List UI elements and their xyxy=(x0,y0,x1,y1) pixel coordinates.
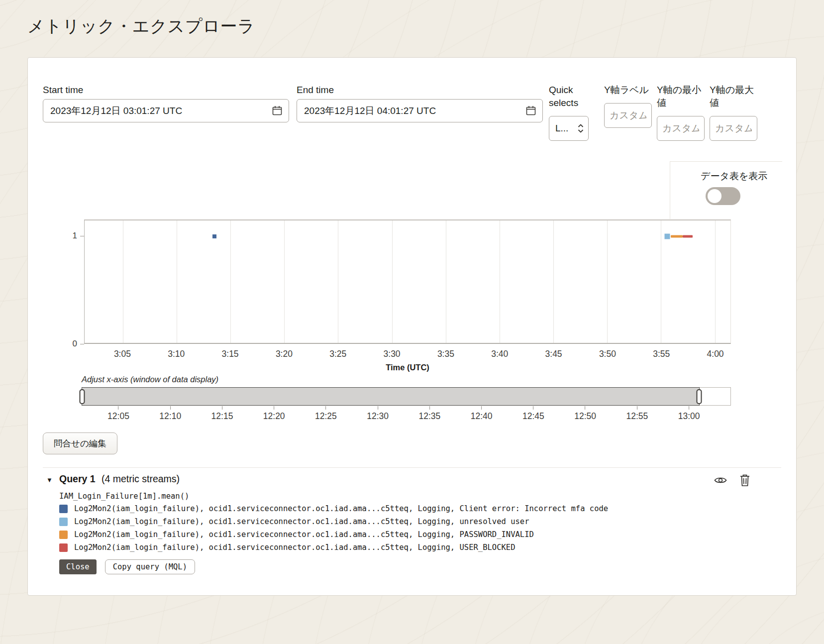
query-expand-caret[interactable]: ▼ xyxy=(46,476,53,484)
slider-tick-label: 12:15 xyxy=(211,411,233,422)
x-axis-range-slider[interactable] xyxy=(82,387,731,406)
copy-query-mql-button[interactable]: Copy query (MQL) xyxy=(105,559,195,574)
delete-trash-icon[interactable] xyxy=(738,473,752,487)
y-axis-label-field: Y軸ラベル xyxy=(604,84,652,128)
data-table-toggle[interactable] xyxy=(706,187,740,205)
slider-tick-labels: 12:0512:1012:1512:2012:2512:3012:3512:40… xyxy=(82,406,731,426)
query-actions: Close Copy query (MQL) xyxy=(59,559,195,574)
slider-tick-mark xyxy=(481,406,482,410)
section-divider xyxy=(43,467,781,468)
quick-selects-value: L... xyxy=(555,123,568,134)
close-button[interactable]: Close xyxy=(59,559,97,574)
slider-tick-mark xyxy=(689,406,689,410)
end-time-label: End time xyxy=(297,84,543,97)
chart-gridline xyxy=(230,220,231,343)
data-point xyxy=(212,234,216,238)
end-time-input[interactable] xyxy=(297,99,543,122)
x-tick-label: 3:30 xyxy=(384,349,401,359)
slider-tick-label: 12:50 xyxy=(574,411,596,422)
y-axis-label-input[interactable] xyxy=(604,103,652,128)
stream-color-swatch xyxy=(59,531,68,539)
query-header: ▼ Query 1 (4 metric streams) xyxy=(43,473,781,488)
slider-tick: 12:55 xyxy=(626,406,648,422)
slider-tick: 12:10 xyxy=(159,406,181,422)
x-tick-label: 3:20 xyxy=(276,349,293,359)
slider-tick: 12:30 xyxy=(367,406,389,422)
calendar-icon[interactable] xyxy=(271,105,283,116)
y-axis-label-label: Y軸ラベル xyxy=(604,84,652,97)
metrics-explorer-panel: Start time End time xyxy=(27,57,797,596)
slider-tick-mark xyxy=(637,406,637,410)
slider-tick-mark xyxy=(533,406,533,410)
end-time-field: End time xyxy=(297,84,543,122)
slider-tick-mark xyxy=(378,406,378,410)
chart-gridline xyxy=(123,220,123,343)
calendar-icon[interactable] xyxy=(525,105,537,116)
start-time-input[interactable] xyxy=(43,99,289,122)
y-tick-label: 0 xyxy=(73,339,77,349)
y-tick-mark xyxy=(80,344,84,344)
slider-right-handle[interactable] xyxy=(696,389,702,404)
slider-tick: 12:15 xyxy=(211,406,233,422)
quick-selects-select[interactable]: L... xyxy=(549,116,589,141)
query-title: Query 1 xyxy=(59,473,96,485)
chart-gridline xyxy=(715,220,716,343)
y-axis-min-label: Y軸の最小値 xyxy=(657,84,705,109)
slider-tick: 13:00 xyxy=(678,406,700,422)
slider-tick-mark xyxy=(222,406,222,410)
x-axis-labels: 3:053:103:153:203:253:303:353:403:453:50… xyxy=(84,349,731,361)
slider-tick: 12:45 xyxy=(522,406,544,422)
data-segment xyxy=(683,235,693,238)
slider-tick-mark xyxy=(118,406,118,410)
y-axis-max-field: Y軸の最大値 xyxy=(710,84,757,141)
slider-tick: 12:25 xyxy=(315,406,337,422)
query-expression: IAM_Login_Failure[1m].mean() xyxy=(59,492,189,501)
stream-color-swatch xyxy=(59,505,68,513)
edit-query-button[interactable]: 問合せの編集 xyxy=(43,432,117,454)
quick-selects-field: Quick selects L... xyxy=(549,84,589,141)
slider-left-handle[interactable] xyxy=(80,389,85,404)
y-tick-label: 1 xyxy=(73,231,77,241)
slider-tick-label: 12:55 xyxy=(626,411,648,422)
chart-plot xyxy=(84,219,731,344)
x-tick-label: 3:50 xyxy=(599,349,616,359)
y-tick-mark xyxy=(80,236,84,236)
adjust-x-axis-label: Adjust x-axis (window of data display) xyxy=(82,375,218,384)
x-tick-label: 4:00 xyxy=(707,349,724,359)
slider-tick: 12:05 xyxy=(107,406,129,422)
legend-row: Log2Mon2(iam_login_failure), ocid1.servi… xyxy=(59,502,776,515)
y-axis-min-input[interactable] xyxy=(657,116,705,141)
chart-gridline xyxy=(607,220,608,343)
start-time-field: Start time xyxy=(43,84,289,122)
stream-color-swatch xyxy=(59,518,68,526)
slider-selected-range[interactable] xyxy=(82,387,700,406)
chart-gridline xyxy=(177,220,177,343)
x-tick-label: 3:15 xyxy=(222,349,239,359)
y-axis-max-input[interactable] xyxy=(710,116,757,141)
slider-tick-mark xyxy=(429,406,430,410)
legend-row: Log2Mon2(iam_login_failure), ocid1.servi… xyxy=(59,541,776,554)
slider-tick-label: 12:45 xyxy=(522,411,544,422)
slider-tick: 12:50 xyxy=(574,406,596,422)
quick-selects-label: Quick selects xyxy=(549,84,589,109)
visibility-eye-icon[interactable] xyxy=(714,473,727,487)
select-stepper-icon xyxy=(577,123,584,134)
slider-tick: 12:40 xyxy=(471,406,493,422)
x-tick-label: 3:35 xyxy=(437,349,454,359)
x-tick-label: 3:05 xyxy=(114,349,131,359)
slider-tick-label: 12:35 xyxy=(418,411,440,422)
slider-tick-label: 13:00 xyxy=(678,411,700,422)
chart-gridline xyxy=(500,220,500,343)
x-tick-label: 3:40 xyxy=(491,349,508,359)
x-tick-label: 3:45 xyxy=(545,349,562,359)
chart-gridline xyxy=(661,220,661,343)
slider-tick-mark xyxy=(585,406,586,410)
stream-label: Log2Mon2(iam_login_failure), ocid1.servi… xyxy=(74,517,529,526)
chart-gridline xyxy=(446,220,446,343)
start-time-label: Start time xyxy=(43,84,289,97)
options-divider-vertical xyxy=(670,161,670,219)
chart-gridline xyxy=(392,220,393,343)
slider-tick-label: 12:25 xyxy=(315,411,337,422)
x-tick-label: 3:55 xyxy=(653,349,670,359)
slider-tick-label: 12:20 xyxy=(263,411,285,422)
